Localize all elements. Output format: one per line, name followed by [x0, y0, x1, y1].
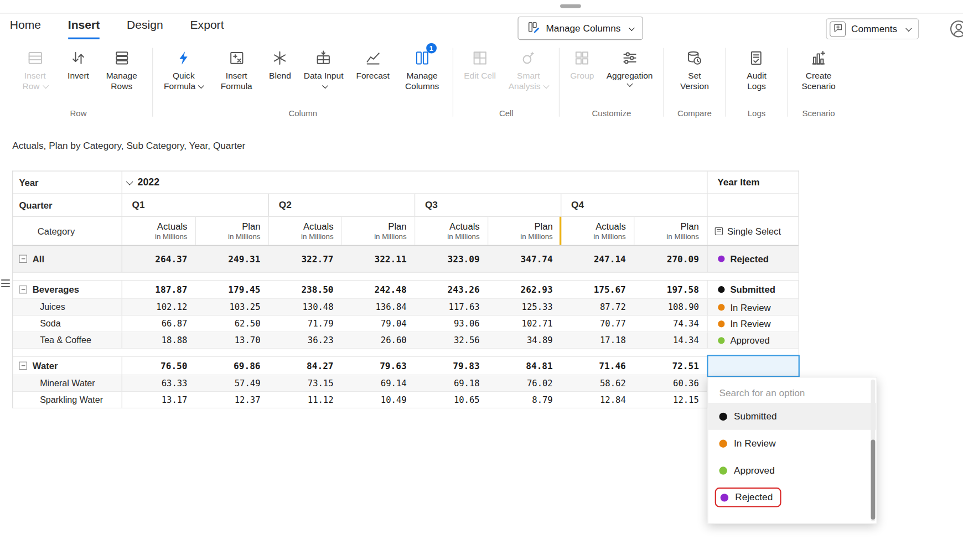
dropdown-option-approved[interactable]: Approved [708, 457, 876, 484]
data-cell[interactable]: 13.70 [195, 332, 268, 348]
ribbon-button-data-input[interactable]: Data Input [298, 45, 349, 92]
data-cell[interactable]: 74.34 [634, 315, 707, 331]
year-value-cell[interactable]: 2022 [122, 172, 707, 194]
data-cell[interactable]: 8.79 [488, 392, 561, 408]
data-cell[interactable]: 71.46 [561, 357, 634, 375]
manage-columns-button[interactable]: Manage Columns [517, 17, 643, 40]
data-cell[interactable]: 242.48 [341, 281, 415, 298]
row-label-water[interactable]: Water [13, 357, 122, 375]
data-cell[interactable]: 72.51 [634, 357, 707, 375]
data-cell[interactable]: 57.49 [195, 375, 268, 391]
user-avatar[interactable] [950, 20, 963, 38]
data-cell[interactable]: 18.88 [122, 332, 195, 348]
data-cell[interactable]: 12.84 [561, 392, 634, 408]
data-cell[interactable]: 247.14 [561, 246, 634, 272]
ribbon-button-insert-formula[interactable]: Insert Formula [211, 45, 262, 92]
data-cell[interactable]: 264.37 [122, 246, 195, 272]
row-label-soda[interactable]: Soda [13, 315, 122, 331]
data-cell[interactable]: 63.33 [122, 375, 195, 391]
ribbon-button-aggregation[interactable]: Aggregation [602, 45, 658, 87]
window-drag-handle[interactable] [560, 4, 581, 8]
data-cell[interactable]: 187.87 [122, 281, 195, 298]
add-comment-icon[interactable] [830, 21, 846, 37]
row-label-tea-coffee[interactable]: Tea & Coffee [13, 332, 122, 348]
collapse-icon[interactable] [19, 286, 27, 293]
data-cell[interactable]: 12.15 [634, 392, 707, 408]
data-cell[interactable]: 58.62 [561, 375, 634, 391]
data-cell[interactable]: 322.77 [268, 246, 341, 272]
row-label-juices[interactable]: Juices [13, 299, 122, 315]
data-cell[interactable]: 175.67 [561, 281, 634, 298]
data-cell[interactable]: 71.79 [268, 315, 341, 331]
ribbon-button-forecast[interactable]: Forecast [351, 45, 395, 82]
data-cell[interactable]: 69.86 [195, 357, 268, 375]
data-cell[interactable]: 249.31 [195, 246, 268, 272]
status-cell[interactable]: Approved [707, 332, 798, 348]
data-cell[interactable]: 347.74 [488, 246, 561, 272]
dropdown-search-input[interactable] [718, 387, 857, 399]
data-cell[interactable]: 11.12 [268, 392, 341, 408]
data-cell[interactable]: 323.09 [415, 246, 488, 272]
row-label-sparkling-water[interactable]: Sparkling Water [13, 392, 122, 408]
data-cell[interactable]: 76.50 [122, 357, 195, 375]
data-cell[interactable]: 197.58 [634, 281, 707, 298]
data-cell[interactable]: 10.65 [415, 392, 488, 408]
data-cell[interactable]: 79.04 [341, 315, 415, 331]
data-cell[interactable]: 243.26 [415, 281, 488, 298]
dropdown-option-submitted[interactable]: Submitted [708, 403, 876, 430]
data-cell[interactable]: 13.17 [122, 392, 195, 408]
tab-export[interactable]: Export [190, 18, 224, 39]
data-cell[interactable]: 66.87 [122, 315, 195, 331]
data-cell[interactable]: 10.49 [341, 392, 415, 408]
ribbon-button-audit-logs[interactable]: Audit Logs [732, 45, 782, 92]
data-cell[interactable]: 73.15 [268, 375, 341, 391]
ribbon-button-quick-formula[interactable]: Quick Formula [158, 45, 209, 92]
data-cell[interactable]: 270.09 [634, 246, 707, 272]
data-cell[interactable]: 17.18 [561, 332, 634, 348]
selected-cell[interactable] [707, 357, 798, 375]
data-cell[interactable]: 322.11 [341, 246, 415, 272]
status-cell[interactable]: Submitted [707, 281, 798, 298]
comments-button[interactable]: Comments [826, 18, 919, 39]
data-cell[interactable]: 130.48 [268, 299, 341, 315]
status-cell[interactable]: Rejected [707, 246, 798, 272]
data-cell[interactable]: 238.50 [268, 281, 341, 298]
collapse-icon[interactable] [19, 255, 27, 263]
row-drag-handle-icon[interactable] [1, 279, 10, 287]
data-cell[interactable]: 12.37 [195, 392, 268, 408]
data-cell[interactable]: 117.63 [415, 299, 488, 315]
data-cell[interactable]: 69.18 [415, 375, 488, 391]
data-cell[interactable]: 69.14 [341, 375, 415, 391]
data-cell[interactable]: 62.50 [195, 315, 268, 331]
status-cell[interactable]: In Review [707, 315, 798, 331]
data-cell[interactable]: 262.93 [488, 281, 561, 298]
ribbon-button-manage-rows[interactable]: Manage Rows [96, 45, 147, 92]
ribbon-button-manage-columns[interactable]: 1Manage Columns [397, 45, 447, 92]
data-cell[interactable]: 36.23 [268, 332, 341, 348]
data-cell[interactable]: 87.72 [561, 299, 634, 315]
dropdown-option-in-review[interactable]: In Review [708, 430, 876, 457]
data-cell[interactable]: 125.33 [488, 299, 561, 315]
dropdown-scrollbar-thumb[interactable] [871, 440, 876, 520]
data-cell[interactable]: 136.84 [341, 299, 415, 315]
data-cell[interactable]: 102.12 [122, 299, 195, 315]
tab-design[interactable]: Design [127, 18, 163, 39]
data-cell[interactable]: 108.90 [634, 299, 707, 315]
row-label-beverages[interactable]: Beverages [13, 281, 122, 298]
ribbon-button-blend[interactable]: Blend [264, 45, 296, 82]
data-cell[interactable]: 70.77 [561, 315, 634, 331]
row-label-mineral-water[interactable]: Mineral Water [13, 375, 122, 391]
data-cell[interactable]: 84.81 [488, 357, 561, 375]
data-cell[interactable]: 60.36 [634, 375, 707, 391]
data-cell[interactable]: 79.83 [415, 357, 488, 375]
data-cell[interactable]: 32.56 [415, 332, 488, 348]
data-cell[interactable]: 102.71 [488, 315, 561, 331]
status-cell[interactable]: In Review [707, 299, 798, 315]
dropdown-option-rejected[interactable]: Rejected [708, 484, 876, 511]
data-cell[interactable]: 76.02 [488, 375, 561, 391]
data-cell[interactable]: 79.63 [341, 357, 415, 375]
ribbon-button-set-version[interactable]: Set Version [669, 45, 719, 92]
data-cell[interactable]: 84.27 [268, 357, 341, 375]
data-cell[interactable]: 14.34 [634, 332, 707, 348]
row-label-all[interactable]: All [13, 246, 122, 272]
